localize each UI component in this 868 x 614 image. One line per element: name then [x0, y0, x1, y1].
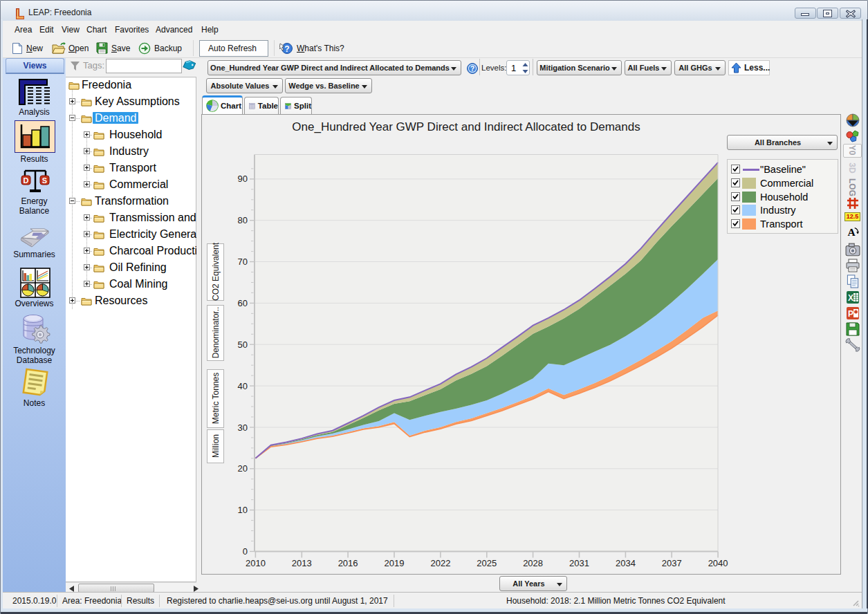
- svg-text:?: ?: [284, 44, 289, 54]
- svg-text:X: X: [848, 293, 853, 303]
- svg-text:2040: 2040: [708, 558, 728, 568]
- svg-text:10: 10: [238, 505, 248, 515]
- svg-text:80: 80: [238, 215, 248, 225]
- svg-text:2025: 2025: [477, 558, 497, 568]
- svg-text:D: D: [24, 176, 29, 185]
- svg-text:?: ?: [470, 65, 474, 73]
- svg-text:2031: 2031: [569, 558, 589, 568]
- svg-text:2016: 2016: [338, 558, 358, 568]
- svg-text:40: 40: [238, 381, 248, 391]
- svg-text:20: 20: [238, 463, 248, 474]
- svg-text:0: 0: [243, 546, 248, 557]
- svg-text:70: 70: [238, 257, 248, 267]
- svg-text:2019: 2019: [385, 558, 405, 568]
- svg-text:2022: 2022: [430, 558, 450, 568]
- svg-text:S: S: [42, 176, 47, 185]
- svg-text:2037: 2037: [662, 558, 682, 568]
- svg-text:2034: 2034: [616, 558, 636, 568]
- svg-text:60: 60: [238, 298, 248, 308]
- svg-text:2013: 2013: [292, 558, 312, 568]
- svg-text:2010: 2010: [246, 558, 266, 568]
- svg-text:50: 50: [238, 339, 248, 350]
- svg-text:P: P: [848, 309, 853, 319]
- svg-text:90: 90: [238, 174, 248, 184]
- svg-text:2028: 2028: [523, 558, 543, 568]
- svg-text:30: 30: [238, 422, 248, 433]
